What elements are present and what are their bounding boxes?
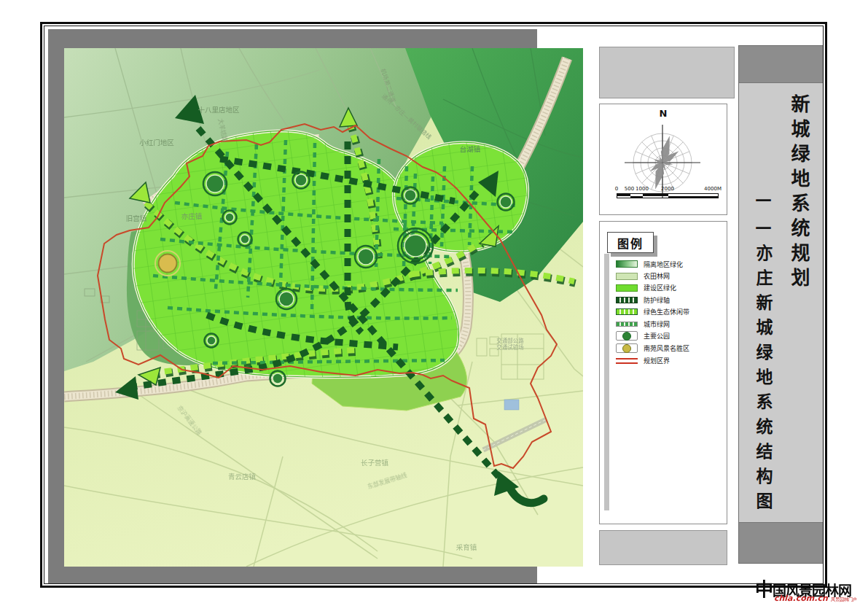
sheet-frame-inner-line xyxy=(44,26,824,584)
planning-map-sheet: 十八里店地区 小红门地区 旧宫镇 亦庄镇 台湖镇 青云店镇 长子营镇 采育镇 交… xyxy=(0,0,868,614)
watermark-tagline: 风景园林门户 xyxy=(831,596,857,602)
watermark: 中国风景园林网 chla.com.cn 风景园林门户 xyxy=(755,575,867,611)
watermark-url: chla.com.cn xyxy=(774,594,828,603)
sheet-frame xyxy=(40,22,827,588)
watermark-logo: 中 xyxy=(755,579,773,600)
